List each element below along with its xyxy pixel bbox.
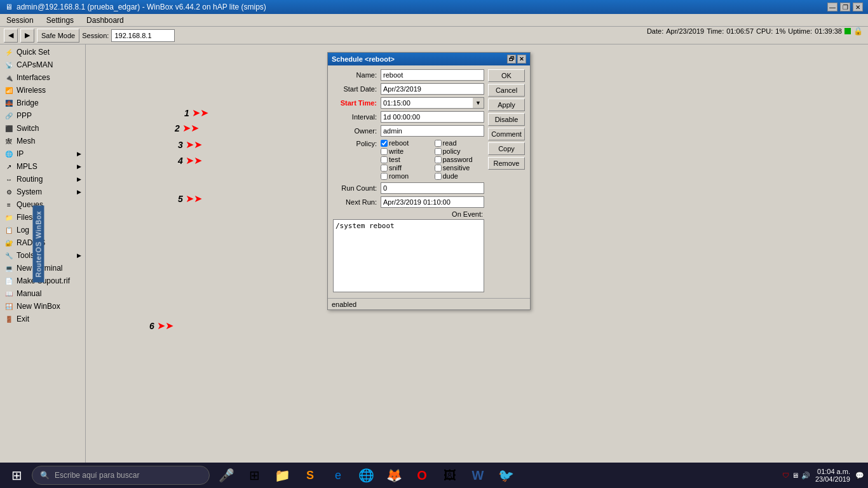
sidebar-item-system[interactable]: ⚙ System (0, 186, 85, 198)
next-run-input[interactable] (381, 196, 484, 208)
checkbox-read[interactable] (435, 140, 442, 147)
session-label: Session: (82, 32, 109, 39)
switch-icon: ⬛ (4, 123, 14, 133)
apply-button[interactable]: Apply (488, 98, 525, 111)
titlebar-controls[interactable]: — ❐ ✕ (827, 3, 863, 11)
sidebar-item-routing[interactable]: ↔ Routing (0, 173, 85, 186)
taskbar-photos-icon[interactable]: 🖼 (438, 464, 461, 487)
sidebar-item-switch[interactable]: ⬛ Switch (0, 122, 85, 135)
tools-icon: 🔧 (4, 250, 14, 261)
comment-button[interactable]: Comment (488, 128, 525, 140)
taskbar-twitter-icon[interactable]: 🐦 (494, 464, 517, 487)
checkbox-test[interactable] (381, 156, 388, 163)
label-dude: dude (443, 172, 458, 180)
back-button[interactable]: ◀ (4, 29, 18, 43)
label-sniff: sniff (389, 164, 402, 172)
session-input[interactable] (111, 29, 175, 42)
policy-check-romon: romon (381, 172, 431, 180)
label-reboot: reboot (389, 139, 409, 147)
menu-settings[interactable]: Settings (44, 15, 76, 26)
policy-check-read: read (435, 139, 485, 147)
sidebar-item-interfaces[interactable]: 🔌 Interfaces (0, 71, 85, 84)
menu-session[interactable]: Session (4, 15, 36, 26)
sidebar-item-manual[interactable]: 📖 Manual (0, 287, 85, 300)
label-read: read (443, 139, 457, 147)
taskbar-search[interactable]: 🔍 Escribe aquí para buscar (32, 466, 210, 485)
sidebar-item-capsman[interactable]: 📡 CAPsMAN (0, 58, 85, 71)
taskbar-opera-icon[interactable]: O (410, 464, 433, 487)
interval-input[interactable] (381, 111, 484, 123)
checkbox-policy[interactable] (435, 148, 442, 155)
start-button[interactable]: ⊞ (4, 464, 29, 487)
wireless-icon: 📶 (4, 85, 14, 95)
close-button[interactable]: ✕ (853, 3, 863, 11)
disable-button[interactable]: Disable (488, 113, 525, 126)
name-input[interactable] (381, 69, 484, 81)
taskbar-audio-icon: 🔊 (801, 471, 810, 480)
taskbar-chrome-icon[interactable]: 🌐 (355, 464, 377, 487)
date-value: Apr/23/2019 (666, 27, 704, 35)
forward-button[interactable]: ▶ (20, 29, 34, 43)
log-icon: 📋 (4, 225, 14, 235)
titlebar: 🖥 admin@192.168.8.1 (prueba_edgar) - Win… (0, 0, 868, 14)
checkbox-write[interactable] (381, 148, 388, 155)
taskbar-clock: 01:04 a.m. 23/04/2019 (815, 468, 850, 483)
next-run-row: Next Run: (333, 196, 484, 208)
taskbar-notifications-icon[interactable]: 💬 (855, 471, 864, 480)
start-time-dropdown-button[interactable]: ▼ (473, 97, 484, 109)
taskbar-explorer-icon[interactable]: 📁 (271, 464, 294, 487)
menu-dashboard[interactable]: Dashboard (84, 15, 126, 26)
start-time-input[interactable] (381, 97, 473, 109)
new-terminal-icon: 💻 (4, 263, 14, 273)
checkbox-sniff[interactable] (381, 165, 388, 172)
policy-check-test: test (381, 156, 431, 163)
taskbar-firefox-icon[interactable]: 🦊 (383, 464, 405, 487)
new-winbox-icon: 🪟 (4, 301, 14, 311)
ok-button[interactable]: OK (488, 69, 525, 82)
sidebar-item-ppp[interactable]: 🔗 PPP (0, 109, 85, 122)
taskbar-word-icon[interactable]: W (466, 464, 489, 487)
checkbox-password[interactable] (435, 156, 442, 163)
copy-button[interactable]: Copy (488, 142, 525, 155)
on-event-row: On Event: (333, 210, 484, 218)
dialog-restore-button[interactable]: 🗗 (507, 55, 516, 64)
ppp-icon: 🔗 (4, 111, 14, 121)
sidebar-item-wireless[interactable]: 📶 Wireless (0, 84, 85, 97)
winbox-icon: 🖥 (5, 3, 13, 11)
taskbar-microphone-icon[interactable]: 🎤 (215, 464, 238, 487)
interfaces-icon: 🔌 (4, 72, 14, 83)
on-event-textarea[interactable]: /system reboot (333, 219, 484, 292)
taskbar-edge-icon[interactable]: e (327, 464, 349, 487)
taskbar-sublimetext-icon[interactable]: S (299, 464, 322, 487)
checkbox-romon[interactable] (381, 173, 388, 180)
safe-mode-button[interactable]: Safe Mode (37, 29, 79, 43)
dialog-close-button[interactable]: ✕ (517, 55, 526, 64)
remove-button[interactable]: Remove (488, 157, 525, 170)
time-value: 01:06:57 (726, 27, 754, 35)
start-date-input[interactable] (381, 83, 484, 95)
sidebar-item-mesh[interactable]: 🕸 Mesh (0, 135, 85, 147)
taskbar-task-view-icon[interactable]: ⊞ (243, 464, 266, 487)
sidebar-item-exit[interactable]: 🚪 Exit (0, 313, 85, 325)
run-count-row: Run Count: (333, 182, 484, 194)
policy-row: Policy: reboot read (333, 139, 484, 180)
owner-input[interactable] (381, 125, 484, 137)
maximize-button[interactable]: ❐ (840, 3, 850, 11)
run-count-input[interactable] (381, 182, 484, 194)
system-icon: ⚙ (4, 187, 14, 197)
sidebar-item-new-winbox[interactable]: 🪟 New WinBox (0, 300, 85, 313)
sidebar-item-ip[interactable]: 🌐 IP (0, 147, 85, 160)
sidebar-item-quick-set[interactable]: ⚡ Quick Set (0, 46, 85, 58)
start-time-row: Start Time: ▼ (333, 97, 484, 109)
checkbox-sensitive[interactable] (435, 165, 442, 172)
minimize-button[interactable]: — (827, 3, 837, 11)
sidebar-item-mpls[interactable]: ↗ MPLS (0, 160, 85, 173)
bridge-icon: 🌉 (4, 98, 14, 108)
sidebar-item-bridge[interactable]: 🌉 Bridge (0, 97, 85, 109)
cancel-button[interactable]: Cancel (488, 84, 525, 97)
policy-checkboxes: reboot read write (381, 139, 484, 180)
checkbox-reboot[interactable] (381, 140, 388, 147)
owner-label: Owner: (333, 127, 381, 135)
dialog-titlebar-controls[interactable]: 🗗 ✕ (507, 55, 526, 64)
checkbox-dude[interactable] (435, 173, 442, 180)
